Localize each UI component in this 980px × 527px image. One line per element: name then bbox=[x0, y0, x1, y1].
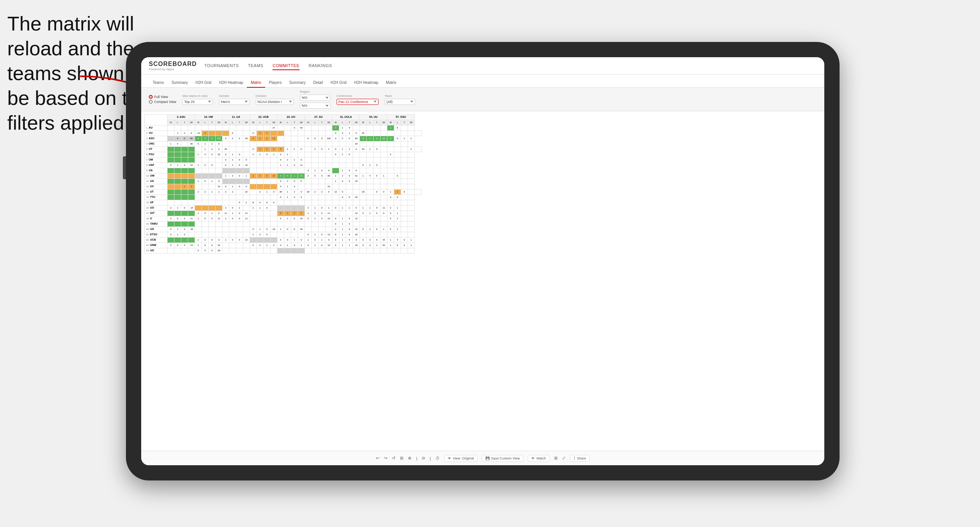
col-group-ua: 11. UA bbox=[222, 115, 250, 120]
radio-dot-full bbox=[149, 95, 153, 99]
save-custom-button[interactable]: 💾 Save Custom View bbox=[482, 455, 524, 462]
view-radio-group: Full View Compact View bbox=[149, 95, 176, 104]
subtab-h2h-grid[interactable]: H2H Grid bbox=[192, 78, 215, 88]
col-group-su: 27. SU bbox=[305, 115, 332, 120]
division-filter: Division NCAA Division I NCAA Division I… bbox=[256, 94, 294, 105]
division-select[interactable]: NCAA Division I NCAA Division II NCAA Di… bbox=[256, 99, 294, 105]
col-group-uo: 24. UO bbox=[277, 115, 305, 120]
team-select[interactable]: (All) bbox=[385, 99, 415, 105]
table-row: 21. ETSU 010 130 01013 01016 bbox=[145, 232, 422, 238]
subtab-summary[interactable]: Summary bbox=[168, 78, 192, 88]
sub-t: T bbox=[181, 120, 188, 125]
region-select[interactable]: N/A bbox=[300, 95, 330, 101]
region-filter: Region N/A N/A bbox=[300, 90, 330, 109]
zoom-in-icon[interactable]: ⊕ bbox=[408, 456, 411, 461]
corner-header bbox=[145, 115, 168, 125]
powered-by: Powered by clippd bbox=[149, 67, 197, 71]
app-header: SCOREBOARD Powered by clippd TOURNAMENTS… bbox=[141, 57, 824, 75]
timer-icon[interactable]: ⏱ bbox=[435, 456, 440, 461]
col-group-uw: 10. UW bbox=[195, 115, 222, 120]
filter-bar: Full View Compact View Max teams in view… bbox=[141, 88, 824, 111]
gender-select[interactable]: Men's Women's bbox=[219, 99, 250, 105]
table-row: 19. TAMU 010 bbox=[145, 222, 422, 227]
col-group-ucb: 22. UCB bbox=[250, 115, 277, 120]
bottom-toolbar: ↩ ↪ ↺ ⊞ ⊕ | ⊖ | ⏱ 👁 View: Original 💾 Sav… bbox=[141, 451, 824, 465]
table-row: 14. TTU 0100 0029 30 bbox=[145, 195, 422, 200]
col-group-uu: 54. UU bbox=[360, 115, 387, 120]
sub-tabs: Teams Summary H2H Grid H2H Heatmap Matri… bbox=[141, 75, 824, 88]
col-group-ucla: 31. UCLA bbox=[332, 115, 360, 120]
separator: | bbox=[416, 456, 417, 461]
matrix-wrapper[interactable]: 3. ASU 10. UW 11. UA 22. UCB 24. UO 27. … bbox=[141, 111, 824, 451]
subtab-h2h-heatmap2[interactable]: H2H Heatmap bbox=[350, 78, 382, 88]
nav-committee[interactable]: COMMITTEE bbox=[272, 62, 300, 70]
table-row: 20. UG 010-34 01023 10040 01013 0101 51 bbox=[145, 227, 422, 232]
nav-tournaments[interactable]: TOURNAMENTS bbox=[205, 62, 239, 70]
compact-view-radio[interactable]: Compact View bbox=[149, 100, 176, 104]
table-row: 6. FSU 14035 010 1101 01 010 2 bbox=[145, 152, 422, 157]
table-row: 8. UAF 01014 120 01015 11011 010 bbox=[145, 163, 422, 168]
table-row: 4. UNC 1036 0110 29 bbox=[145, 141, 422, 147]
nav-teams[interactable]: TEAMS bbox=[248, 62, 263, 70]
logo-area: SCOREBOARD Powered by clippd bbox=[149, 61, 197, 71]
tablet-frame: SCOREBOARD Powered by clippd TOURNAMENTS… bbox=[126, 42, 840, 480]
save-icon: 💾 bbox=[485, 456, 490, 460]
zoom-fit-icon[interactable]: ⊞ bbox=[400, 456, 403, 461]
gender-filter: Gender Men's Women's bbox=[219, 94, 250, 105]
table-row: 18. U 20011 10011 10011 01010 01013 0101… bbox=[145, 216, 422, 222]
zoom-out-icon[interactable]: ⊖ bbox=[422, 456, 425, 461]
view-original-button[interactable]: 👁 View: Original bbox=[444, 455, 477, 462]
refresh-icon[interactable]: ↺ bbox=[392, 456, 395, 461]
sub-l: L bbox=[174, 120, 181, 125]
undo-icon[interactable]: ↩ bbox=[376, 456, 379, 461]
app-logo: SCOREBOARD bbox=[149, 61, 197, 67]
share-icon: ⤴ bbox=[574, 456, 575, 460]
table-row: 22. UCB 1303 14012 0010 1010 0103 03044 … bbox=[145, 238, 422, 243]
table-row: 3. ASU 4080 050120 02048 01052 600160 02… bbox=[145, 136, 422, 141]
redo-icon[interactable]: ↪ bbox=[384, 456, 387, 461]
max-teams-filter: Max teams in view Top 25 Top 50 All bbox=[182, 94, 213, 105]
table-row: 5. UT 14035 0 2200 110 2010 11040 10 2 bbox=[145, 147, 422, 152]
max-teams-select[interactable]: Top 25 Top 50 All bbox=[182, 99, 213, 105]
region-select2[interactable]: N/A bbox=[300, 103, 330, 109]
table-row: 2. VU 120-12 0 00 27 0 01025 bbox=[145, 131, 422, 136]
subtab-summary2[interactable]: Summary bbox=[285, 78, 309, 88]
sub-dif: Dif bbox=[188, 120, 195, 125]
table-row: 24. UO 02029 bbox=[145, 248, 422, 254]
conference-select[interactable]: Pac-12 Conference (All) bbox=[337, 99, 379, 105]
conference-filter: Conference Pac-12 Conference (All) bbox=[337, 94, 379, 105]
separator2: | bbox=[430, 456, 431, 461]
table-row: 7. UM 0100 0210 bbox=[145, 157, 422, 163]
nav-rankings[interactable]: RANKINGS bbox=[309, 62, 332, 70]
subtab-h2h-heatmap[interactable]: H2H Heatmap bbox=[215, 78, 247, 88]
subtab-h2h-grid2[interactable]: H2H Grid bbox=[327, 78, 350, 88]
main-nav: TOURNAMENTS TEAMS COMMITTEE RANKINGS bbox=[205, 62, 332, 70]
view-icon: 👁 bbox=[448, 456, 451, 460]
matrix-table: 3. ASU 10. UW 11. UA 22. UCB 24. UO 27. … bbox=[144, 114, 422, 254]
subtab-detail[interactable]: Detail bbox=[309, 78, 327, 88]
subtab-matrix[interactable]: Matrix bbox=[247, 78, 265, 88]
col-group-osu: 57. OSU bbox=[387, 115, 415, 120]
table-row: 17. GIT 101011 1011 0100 10011 13 0100 5… bbox=[145, 211, 422, 216]
share-button[interactable]: ⤴ Share bbox=[570, 455, 590, 462]
table-row: 11. UA 1010 3400 10015 bbox=[145, 179, 422, 184]
col-group-asu: 3. ASU bbox=[168, 115, 195, 120]
full-view-radio[interactable]: Full View bbox=[149, 95, 176, 99]
tablet-button bbox=[123, 156, 126, 179]
sub-w: W bbox=[168, 120, 174, 125]
table-row: 13. UT 2211 2222 21038 12026 22012 018 0… bbox=[145, 190, 422, 195]
layout-icon[interactable]: ⊞ bbox=[554, 456, 558, 461]
expand-icon[interactable]: ⤢ bbox=[562, 456, 566, 461]
table-row: 16. UO 210-14 201 110 2101 0110 11011 21 bbox=[145, 206, 422, 211]
subtab-players[interactable]: Players bbox=[265, 78, 285, 88]
subtab-teams[interactable]: Teams bbox=[149, 78, 168, 88]
table-row: 1. AU 27 050 010 10 bbox=[145, 125, 422, 131]
table-row: 10. UW 1301 30032 04172 25066 12051 1451… bbox=[145, 174, 422, 179]
tablet-screen: SCOREBOARD Powered by clippd TOURNAMENTS… bbox=[141, 57, 824, 465]
radio-dot-compact bbox=[149, 100, 153, 104]
subtab-matrix2[interactable]: Matrix bbox=[382, 78, 400, 88]
table-row: 12. UV 10 10 0100 010 15 bbox=[145, 184, 422, 190]
table-row: 9. UA 0100 100 bbox=[145, 168, 422, 174]
watch-icon: 👁 bbox=[531, 456, 535, 460]
watch-button[interactable]: 👁 Watch bbox=[528, 455, 549, 462]
